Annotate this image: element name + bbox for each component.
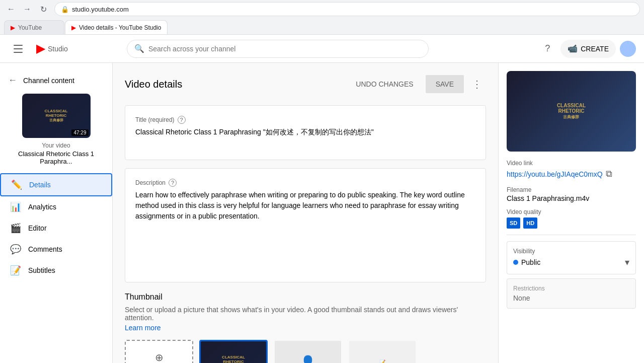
search-bar[interactable]: 🔍 [127, 40, 429, 58]
dropdown-arrow-icon: ▾ [625, 257, 629, 267]
restrictions-section: Restrictions None [507, 278, 636, 309]
thumbnail-option-3[interactable]: 📝 [348, 340, 417, 363]
sidebar-item-comments[interactable]: 💬 Comments [0, 239, 112, 260]
filename-value: Class 1 Paraphrasing.m4v [507, 194, 636, 202]
save-button[interactable]: SAVE [426, 75, 464, 93]
sidebar-item-subtitles[interactable]: 📝 Subtitles [0, 260, 112, 281]
hamburger-line-2 [14, 48, 23, 49]
browser-bar: ← → ↻ 🔒 studio.youtube.com [0, 0, 644, 18]
sidebar: ← Channel content CLASSICALRHETORIC古典修辞 … [0, 63, 113, 363]
sidebar-back-button[interactable]: ← Channel content [0, 71, 112, 94]
lock-icon: 🔒 [61, 6, 69, 13]
description-field-card: Description ? [125, 168, 486, 282]
avatar[interactable] [620, 41, 636, 57]
upload-thumbnail-button[interactable]: ⊕ Upload thumbnail [125, 340, 193, 363]
thumb-text-1: CLASSICALRHETORIC古典修辞 [222, 355, 245, 363]
studio-label: Studio [48, 45, 68, 53]
sidebar-item-label-editor: Editor [28, 224, 47, 232]
sidebar-item-analytics[interactable]: 📊 Analytics [0, 196, 112, 217]
thumbnail-learn-more[interactable]: Learn more [125, 324, 161, 332]
restrictions-value: None [513, 294, 629, 302]
thumbnail-desc: Select or upload a picture that shows wh… [125, 306, 486, 322]
title-help-icon[interactable]: ? [178, 116, 186, 124]
url-text: studio.youtube.com [72, 6, 129, 13]
thumb-img-3: 📝 [349, 341, 416, 363]
youtube-logo: ▶ [36, 42, 45, 55]
tab-favicon-studio: ▶ [71, 24, 76, 31]
description-input[interactable] [135, 190, 475, 270]
sidebar-item-editor[interactable]: 🎬 Editor [0, 217, 112, 239]
thumb-img-2: 👤 [275, 341, 341, 363]
tab-label-studio: Video details - YouTube Studio [79, 24, 161, 31]
preview-text: CLASSICALRHETORIC古典修辞 [557, 103, 586, 120]
visibility-dropdown-button[interactable]: ▾ [625, 257, 629, 268]
video-link-url[interactable]: https://youtu.be/gJIAqeC0mxQ [507, 170, 603, 178]
page-title: Video details [125, 79, 182, 90]
analytics-icon: 📊 [10, 201, 20, 212]
description-help-icon[interactable]: ? [169, 179, 177, 187]
sidebar-item-label-details: Details [29, 181, 51, 189]
details-icon: ✏️ [11, 179, 21, 190]
search-icon: 🔍 [134, 44, 144, 53]
navbar-left: ▶ Studio [8, 39, 68, 59]
help-button[interactable]: ? [538, 40, 556, 58]
tab-youtube[interactable]: ▶ YouTube [4, 20, 64, 34]
browser-refresh-btn[interactable]: ↻ [36, 2, 50, 16]
visibility-section: Visibility Public ▾ [507, 241, 636, 274]
main-area: ← Channel content CLASSICALRHETORIC古典修辞 … [0, 63, 644, 363]
content-area: Video details UNDO CHANGES SAVE ⋮ Title … [113, 63, 498, 363]
search-input[interactable] [148, 45, 421, 53]
comments-icon: 💬 [10, 244, 20, 255]
header-actions: UNDO CHANGES SAVE ⋮ [348, 75, 486, 93]
create-label: CREATE [581, 45, 609, 53]
quality-badge-hd: HD [523, 217, 537, 229]
video-link-label: Video link [507, 160, 636, 167]
video-title-short: Classical Rhetoric Class 1 Paraphra... [8, 150, 104, 165]
quality-badge-sd: SD [507, 217, 520, 229]
visibility-label: Visibility [513, 248, 629, 255]
panel-divider [507, 235, 636, 235]
thumbnail-option-1[interactable]: CLASSICALRHETORIC古典修辞 [199, 340, 268, 363]
tabs-row: ▶ YouTube ▶ Video details - YouTube Stud… [0, 18, 644, 34]
preview-inner: CLASSICALRHETORIC古典修辞 [507, 71, 636, 152]
sidebar-item-details[interactable]: ✏️ Details [0, 173, 112, 196]
hamburger-button[interactable] [8, 39, 28, 59]
thumb-preview-3: 📝 [379, 359, 385, 364]
thumb-text: CLASSICALRHETORIC古典修辞 [45, 109, 68, 123]
address-bar[interactable]: 🔒 studio.youtube.com [54, 2, 640, 16]
browser-back-btn[interactable]: ← [4, 2, 18, 16]
help-icon: ? [545, 43, 550, 54]
navbar: ▶ Studio 🔍 ? 📹 CREATE [0, 35, 644, 63]
sidebar-item-label-subtitles: Subtitles [28, 266, 55, 274]
filename-row: Filename Class 1 Paraphrasing.m4v [507, 186, 636, 202]
browser-forward-btn[interactable]: → [20, 2, 34, 16]
visibility-text: Public [521, 258, 540, 266]
video-preview: CLASSICALRHETORIC古典修辞 [507, 71, 636, 152]
title-field-label: Title (required) ? [135, 116, 475, 124]
public-dot-icon [513, 260, 518, 265]
title-field-card: Title (required) ? [125, 105, 486, 160]
video-quality-label: Video quality [507, 208, 636, 215]
more-options-button[interactable]: ⋮ [468, 75, 486, 93]
copy-link-button[interactable]: ⧉ [605, 168, 613, 180]
create-button[interactable]: 📹 CREATE [560, 40, 616, 58]
editor-icon: 🎬 [10, 223, 20, 234]
subtitles-icon: 📝 [10, 265, 20, 276]
browser-chrome: ← → ↻ 🔒 studio.youtube.com ▶ YouTube ▶ V… [0, 0, 644, 35]
sidebar-item-label-analytics: Analytics [28, 203, 56, 211]
visibility-value-row: Public ▾ [513, 257, 629, 268]
channel-thumbnail: CLASSICALRHETORIC古典修辞 47:29 [22, 94, 91, 138]
thumbnail-option-2[interactable]: 👤 [274, 340, 342, 363]
your-video-label: Your video [42, 142, 70, 149]
more-vert-icon: ⋮ [472, 78, 482, 90]
copy-icon: ⧉ [606, 169, 612, 179]
video-link-value-row: https://youtu.be/gJIAqeC0mxQ ⧉ [507, 168, 636, 180]
logo-area[interactable]: ▶ Studio [36, 42, 68, 55]
sidebar-nav: ✏️ Details 📊 Analytics 🎬 Editor 💬 Commen… [0, 173, 112, 281]
content-header: Video details UNDO CHANGES SAVE ⋮ [125, 75, 486, 93]
undo-changes-button[interactable]: UNDO CHANGES [348, 75, 421, 93]
tab-studio[interactable]: ▶ Video details - YouTube Studio [65, 20, 168, 34]
back-arrow-icon: ← [8, 75, 17, 86]
hamburger-line-1 [14, 45, 23, 46]
title-input[interactable] [135, 127, 475, 148]
